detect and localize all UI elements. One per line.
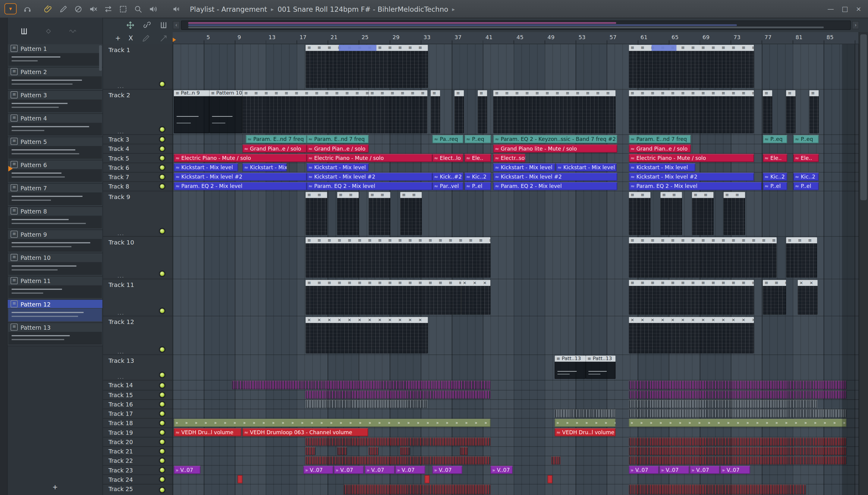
minimize-button[interactable]: —	[827, 5, 834, 13]
track-name[interactable]: Track 8	[103, 182, 173, 191]
playlist-clip-namedpat[interactable]: ≡Pat..n 9	[174, 90, 210, 133]
track-name[interactable]: Track 24	[103, 475, 173, 484]
playlist-clip-auto[interactable]: ≈Kic..2	[763, 172, 787, 181]
playlist-clip-pattern[interactable]: ≡ ≡ ≡ ≡ ≡ ≡ ≡ ≡ ≡ ≡ ≡ ≡ ≡ ≡ ≡ ≡ ≡ ≡ ≡	[629, 90, 754, 133]
playlist-clip-vlabel[interactable]: »V..07	[490, 466, 512, 474]
playlist-clip-auto[interactable]: ≈VEDH Drumloop 063 - Channel volume	[242, 428, 368, 437]
move-tool-icon[interactable]	[125, 20, 135, 30]
track-lane[interactable]	[173, 447, 859, 456]
maximize-button[interactable]: □	[842, 5, 848, 13]
track-name[interactable]: Track 11...	[103, 279, 173, 317]
playlist-clip-audio[interactable]	[629, 409, 847, 417]
track-lane[interactable]	[173, 391, 859, 400]
playlist-clip-auto[interactable]: ≈Electric Piano - Mute / solo	[307, 154, 432, 162]
main-menu-button[interactable]: ▾	[4, 3, 17, 15]
playlist-clip-audio[interactable]	[629, 400, 817, 408]
track-lane[interactable]: ≡ ≡ ≡ ≡ ≡ ≡ ≡ ≡ ≡ ≡ ≡ ≡ ≡ ≡ ≡ ≡ ≡ ≡ ≡ ≡ …	[173, 44, 859, 90]
playhead-marker[interactable]	[173, 38, 176, 42]
track-mute-led[interactable]	[160, 347, 165, 352]
playlist-clip-pattern[interactable]: ≡ ≡ ≡ ≡ ≡ ≡ ≡ ≡ ≡	[369, 90, 427, 133]
playlist-clip-pattern[interactable]: ≡ ≡	[431, 90, 440, 133]
track-name[interactable]: Track 23	[103, 466, 173, 475]
playlist-clip-vlabel[interactable]: »V..07	[629, 466, 659, 474]
pencil-icon[interactable]	[58, 4, 68, 14]
add-track-button[interactable]: +	[115, 34, 120, 42]
pattern-item[interactable]: ≡Pattern 12	[8, 300, 102, 323]
playlist-clip-namedpat[interactable]: ≡Patt..13	[586, 356, 616, 379]
playlist-clip-vlabel[interactable]: »V..07	[334, 466, 364, 474]
playlist-clip-audio[interactable]	[369, 447, 379, 455]
playlist-clip-auto[interactable]: ≈Param. E..nd 7 freq	[307, 135, 369, 143]
playlist-clip-auto[interactable]: ≈Param. EQ 2 - Mix level	[307, 182, 432, 190]
track-mute-led[interactable]	[160, 421, 165, 425]
track-mute-led[interactable]	[160, 449, 165, 454]
playlist-clip-pattern[interactable]: ≡ ≡ ≡ ≡	[692, 192, 714, 235]
playlist-clip-pattern[interactable]: ≡ ≡	[455, 90, 464, 133]
playlist-clip-marker[interactable]	[425, 475, 430, 483]
playlist-clip-audio[interactable]	[629, 438, 847, 446]
mute-icon[interactable]	[88, 4, 98, 14]
track-name[interactable]: Track 15	[103, 391, 173, 400]
track-mute-led[interactable]	[160, 412, 165, 416]
magnifier-icon[interactable]	[133, 4, 143, 14]
playlist-clip-audio[interactable]	[306, 447, 315, 455]
pattern-item[interactable]: ≡Pattern 3	[8, 91, 102, 114]
playlist-clip-auto[interactable]: ≈VEDH Dru..l volume	[174, 428, 241, 437]
track-lane[interactable]: ≡ ≡ ≡ ≡ ≡ ≡ ≡ ≡ ≡ ≡ ≡ ≡ ≡ ≡ ≡ ≡ ≡ ≡ ≡ ≡ …	[173, 237, 859, 279]
pattern-item[interactable]: ≡Pattern 9	[8, 230, 102, 253]
speaker-icon[interactable]	[148, 4, 158, 14]
playlist-clip-namedpat[interactable]: ≡Pattern 10	[209, 90, 242, 133]
delete-tool-button[interactable]: X	[128, 34, 133, 42]
track-collapse-dots[interactable]: ...	[117, 374, 124, 380]
playlist-clip-pattern[interactable]: ≡ ≡ ≡ ≡ ≡ ≡ ≡ ≡ ≡ ≡ ≡ ≡ ≡ ≡ ≡ ≡ ≡ ≡ ≡ ≡ …	[629, 237, 777, 278]
playlist-clip-audio[interactable]	[629, 391, 847, 399]
track-lane[interactable]: ≡Patt..13≡Patt..13	[173, 355, 859, 380]
playlist-clip-audio[interactable]	[629, 447, 847, 455]
playlist-clip-pattern[interactable]: ≡ ≡ ≡ ≡ ≡	[786, 237, 817, 278]
playlist-clip-auto[interactable]: ≈Kickstart - Mix level	[493, 163, 555, 172]
slash-circle-icon[interactable]	[73, 4, 83, 14]
track-mute-led[interactable]	[160, 137, 165, 142]
track-name[interactable]: Track 17	[103, 409, 173, 419]
playlist-clip-auto[interactable]: ≈Kickstart - Mix level #2	[629, 172, 754, 181]
timeline-ruler[interactable]: 5913172125293337414549535761656973778185	[173, 32, 859, 44]
scroll-left-button[interactable]: ‹	[173, 21, 180, 29]
playlist-clip-audio[interactable]	[306, 456, 490, 465]
playlist-clip-arrows[interactable]: » » » » » » » » » » » » » » » » » » » » …	[174, 419, 491, 427]
track-lane[interactable]	[173, 409, 859, 419]
track-lane[interactable]	[173, 400, 859, 409]
playlist-clip-auto[interactable]: ≈Pa..req	[432, 135, 463, 143]
playlist-clip-audio[interactable]	[337, 447, 347, 455]
playlist-clip-pattern[interactable]: ≡ ≡	[478, 90, 487, 133]
playlist-clip-pattern[interactable]: ≡ ≡ ≡ ≡	[724, 192, 745, 235]
track-collapse-dots[interactable]: ...	[117, 348, 124, 354]
track-name[interactable]: Track 5	[103, 154, 173, 163]
track-name[interactable]: Track 1...	[103, 44, 173, 90]
playlist-clip-audio[interactable]	[555, 409, 616, 417]
track-name[interactable]: Track 6	[103, 163, 173, 172]
playlist-clip-audio[interactable]	[629, 456, 847, 465]
track-mute-led[interactable]	[160, 393, 165, 397]
playlist-clip-auto[interactable]: ≈Kickstart - Mix level	[629, 163, 695, 172]
track-lane[interactable]: ≡Pat..n 9≡Pattern 10≡ ≡ ≡ ≡ ≡ ≡ ≡ ≡ ≡ ≡ …	[173, 90, 859, 135]
track-lane[interactable]	[173, 438, 859, 447]
playlist-clip-patternx[interactable]: × × ×	[798, 280, 818, 314]
playlist-clip-auto[interactable]: ≈Grand Pian..e / solo	[307, 144, 369, 153]
playlist-clip-auto[interactable]: ≈P..eq	[763, 135, 787, 143]
playlist-clip-auto[interactable]: ≈Param. EQ 2 - Mix level	[493, 182, 617, 190]
track-name[interactable]: Track 10...	[103, 237, 173, 279]
playlist-clip-auto[interactable]: ≈Kic..2	[793, 172, 819, 181]
playlist-clip-auto[interactable]: ≈Param. EQ 2 - Mix level	[629, 182, 762, 190]
track-mute-led[interactable]	[160, 459, 165, 463]
track-mute-led[interactable]	[160, 272, 165, 276]
track-name[interactable]: Track 13...	[103, 355, 173, 380]
track-name[interactable]: Track 9...	[103, 191, 173, 237]
playlist-clip-auto[interactable]: ≈P..eq	[793, 135, 819, 143]
playlist-clip-marker[interactable]	[547, 475, 553, 483]
track-name[interactable]: Track 25	[103, 484, 173, 495]
playlist-clip-audio[interactable]	[306, 391, 490, 399]
track-lane[interactable]: ≈Kickstart - Mix level #2≈Kickstart - Mi…	[173, 172, 859, 182]
playlist-clip-auto[interactable]: ≈Kickstart - Mix level #2	[493, 172, 617, 181]
track-lane[interactable]: ≡ ≡ ≡ ≡ ≡ ≡ ≡ ≡ ≡ ≡ ≡ ≡ ≡ ≡ ≡ ≡ ≡ ≡ ≡ ≡ …	[173, 279, 859, 317]
playlist-clip-auto[interactable]: ≈Kickstart - Mix level	[174, 163, 238, 172]
